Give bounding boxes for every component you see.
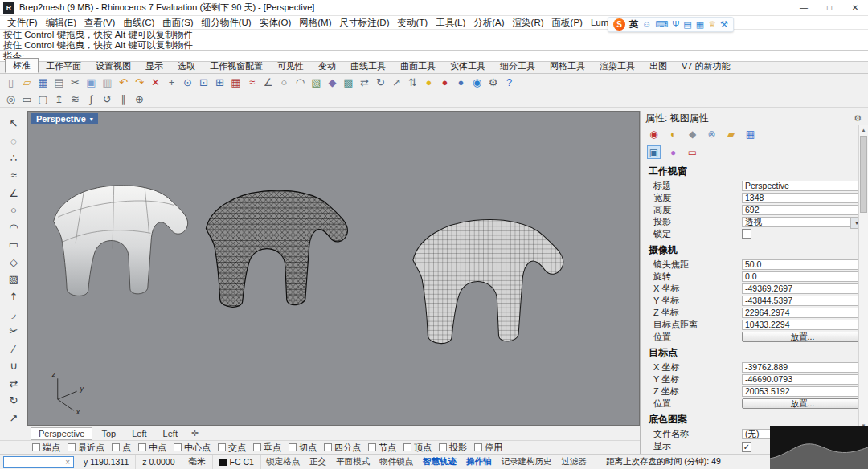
undo-icon[interactable]: ↶ [116, 75, 131, 90]
sogou-logo-icon[interactable]: S [613, 18, 625, 31]
pan-icon[interactable]: + [164, 75, 179, 90]
menu-item[interactable]: 曲线(C) [119, 17, 158, 29]
menu-item[interactable]: 尺寸标注(D) [336, 17, 394, 29]
property-value-field[interactable]: 22964.2974 [742, 308, 863, 318]
layer-icon[interactable]: ▦ [228, 75, 244, 90]
extrude-icon[interactable]: ↥ [4, 289, 23, 305]
toolbar-tab[interactable]: 工作视窗配置 [203, 59, 270, 73]
checkbox[interactable] [174, 443, 182, 451]
close-button[interactable]: ✕ [842, 0, 868, 15]
toolbar-tab[interactable]: 曲面工具 [393, 59, 443, 73]
ime-language-toggle[interactable]: 英 [629, 18, 638, 31]
toolbar-tab[interactable]: 设置视图 [88, 59, 138, 73]
status-toggle[interactable]: 正交 [305, 456, 331, 467]
wrench-icon[interactable]: ⚒ [720, 20, 728, 29]
property-value-field[interactable]: 50.0 [742, 259, 863, 270]
property-value-field[interactable]: -39762.889 [742, 362, 863, 373]
join-icon[interactable]: ∪ [4, 358, 23, 374]
fillet-icon[interactable]: ◞ [4, 306, 23, 322]
add-viewport-icon[interactable]: ✛ [191, 428, 199, 438]
save-icon[interactable]: ▦ [35, 75, 51, 90]
zoom-extents-icon[interactable]: ⊞ [212, 75, 227, 90]
new-file-icon[interactable]: ▯ [3, 75, 18, 90]
freeform-curve-icon[interactable]: ≈ [4, 168, 23, 184]
point-icon[interactable]: ∴ [4, 150, 23, 166]
status-toggle[interactable]: 锁定格点 [261, 456, 305, 467]
material-ball-icon[interactable]: ● [666, 145, 680, 159]
open-file-icon[interactable]: ▱ [19, 75, 35, 90]
triangulated-mesh-model[interactable] [206, 190, 347, 307]
object-properties-icon[interactable]: ◉ [647, 127, 661, 141]
clipboard-icon[interactable]: ▤ [683, 20, 691, 29]
zoom-dynamic-icon[interactable]: ⊙ [180, 75, 195, 90]
toolbar-tab[interactable]: 实体工具 [443, 59, 493, 73]
status-toggle[interactable]: 物件锁点 [375, 456, 418, 467]
osnap-item[interactable]: 停用 [474, 442, 502, 454]
menu-item[interactable]: 实体(O) [256, 17, 296, 29]
osnap-item[interactable]: 端点 [32, 442, 60, 454]
wallpaper-icon[interactable]: ▭ [686, 145, 699, 159]
property-value-field[interactable]: 放置... [742, 398, 863, 409]
checkbox[interactable] [403, 443, 411, 451]
property-value-field[interactable]: 692 [742, 205, 863, 215]
property-value-field[interactable]: -43844.5397 [742, 296, 863, 306]
checkbox[interactable] [439, 443, 447, 451]
loft-icon[interactable]: ≋ [68, 92, 83, 106]
osnap-item[interactable]: 切点 [289, 442, 317, 454]
maximize-button[interactable]: □ [817, 0, 842, 15]
arc-icon[interactable]: ◠ [293, 75, 308, 90]
property-value-field[interactable]: 10433.2294 [742, 320, 863, 330]
lasso-icon[interactable]: ◌ [4, 133, 23, 149]
redo-icon[interactable]: ↷ [132, 75, 147, 90]
checkbox[interactable] [112, 443, 120, 451]
delete-icon[interactable]: ✕ [148, 75, 163, 90]
osnap-item[interactable]: 中心点 [174, 442, 211, 454]
units[interactable]: 毫米 [182, 455, 213, 469]
emoji-icon[interactable]: ☺ [642, 20, 651, 29]
osnap-item[interactable]: 投影 [439, 442, 467, 454]
polyline-icon[interactable]: ∠ [4, 185, 23, 201]
osnap-item[interactable]: 交点 [218, 442, 246, 454]
rectangle-icon[interactable]: ▭ [19, 92, 35, 106]
surface-icon[interactable]: ▧ [309, 75, 324, 90]
osnap-item[interactable]: 顶点 [403, 442, 432, 454]
hide-lightbulb-icon[interactable]: ● [421, 75, 436, 90]
osnap-item[interactable]: 节点 [368, 442, 396, 454]
coordinate-input[interactable]: × [3, 456, 74, 468]
menu-item[interactable]: 渲染(R) [509, 17, 548, 29]
checkbox[interactable] [138, 443, 146, 451]
zoom-window-icon[interactable]: ⊡ [196, 75, 211, 90]
scale-icon[interactable]: ↗ [389, 75, 404, 90]
print-icon[interactable]: ▤ [51, 75, 67, 90]
toolbar-tab[interactable]: 渲染工具 [592, 59, 642, 73]
cut-icon[interactable]: ✂ [68, 75, 83, 90]
paste-icon[interactable]: ▥ [100, 75, 115, 90]
toolbar-tab[interactable]: 选取 [170, 59, 203, 73]
property-value-field[interactable]: 放置... [742, 332, 863, 342]
sweep-icon[interactable]: ∫ [84, 92, 99, 106]
property-value-field[interactable]: 20053.5192 [742, 386, 863, 397]
property-value-field[interactable]: -49369.2697 [742, 283, 863, 294]
osnap-toggle-icon[interactable]: ◎ [3, 92, 18, 106]
active-layer[interactable]: FC C1 [213, 455, 261, 469]
viewport-title-menu[interactable]: Perspective ▾ [31, 113, 98, 124]
checkbox[interactable] [324, 443, 332, 451]
display-icon[interactable]: ◐ [666, 127, 680, 141]
property-value-field[interactable]: 透视 [742, 217, 863, 227]
scale-icon[interactable]: ↗ [4, 410, 23, 426]
checkbox[interactable] [68, 443, 76, 451]
viewport-tab[interactable]: Perspective [31, 427, 92, 440]
scroll-up-icon[interactable]: ▲ [859, 125, 868, 135]
toolbar-tab[interactable]: 标准 [5, 58, 39, 73]
mirror-icon[interactable]: ⇅ [405, 75, 420, 90]
circle-icon[interactable]: ○ [276, 75, 292, 90]
status-toggle[interactable]: 过滤器 [556, 456, 592, 467]
status-toggle[interactable]: 操作轴 [461, 456, 497, 467]
toolbar-tab[interactable]: 显示 [138, 59, 170, 73]
arc-icon[interactable]: ◠ [4, 219, 23, 235]
clear-icon[interactable]: × [65, 458, 70, 467]
toolbar-tab[interactable]: V7 的新功能 [674, 59, 738, 73]
menu-item[interactable]: 工具(L) [432, 17, 469, 29]
keyboard-icon[interactable]: ⌨ [655, 20, 668, 29]
pipe-icon[interactable]: ∥ [116, 92, 131, 106]
